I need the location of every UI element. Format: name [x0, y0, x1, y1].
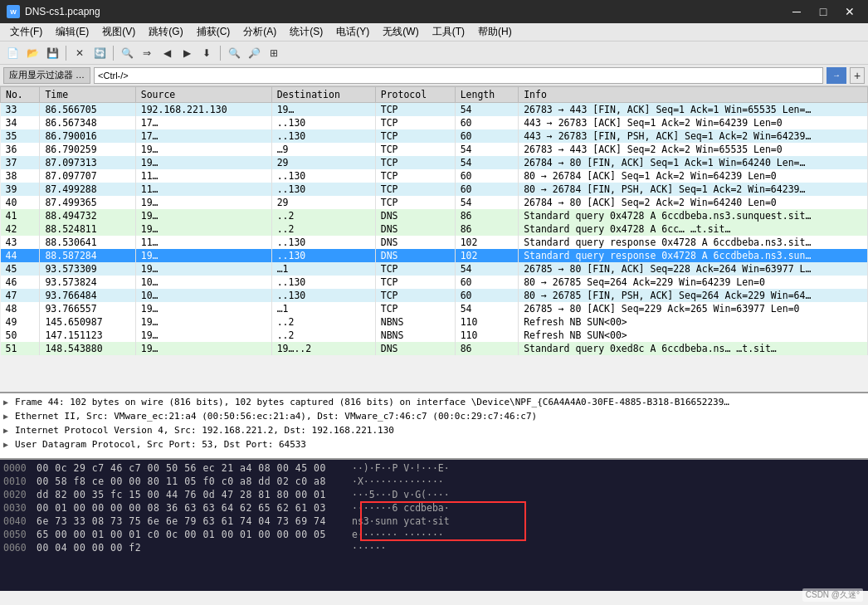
hex-row: 0020dd 82 00 35 fc 15 00 44 76 0d 47 28 … [3, 488, 865, 501]
menu-jump[interactable]: 跳转(G) [142, 23, 189, 41]
hex-pane[interactable]: 000000 0c 29 c7 46 c7 00 50 56 ec 21 a4 … [0, 460, 868, 591]
cell-time: 147.151123 [40, 329, 135, 342]
minimize-button[interactable]: ─ [785, 3, 808, 20]
table-row[interactable]: 3486.56734817…..130TCP60443 → 26783 [ACK… [1, 116, 868, 129]
tb-find[interactable]: 🔍 [118, 44, 136, 62]
col-source[interactable]: Source [135, 87, 271, 103]
table-row[interactable]: 4087.49936519…29TCP5426784 → 80 [ACK] Se… [1, 196, 868, 209]
cell-time: 93.573824 [40, 276, 135, 289]
cell-time: 88.587284 [40, 249, 135, 262]
table-row[interactable]: 3386.566705192.168.221.13019…TCP5426783 … [1, 103, 868, 117]
tb-zoom-reset[interactable]: ⊞ [265, 44, 283, 62]
table-row[interactable]: 4388.53064111…..130DNS102Standard query … [1, 236, 868, 249]
packet-list-body: 3386.566705192.168.221.13019…TCP5426783 … [1, 103, 868, 356]
cell-src: 17… [135, 129, 271, 143]
cell-no: 33 [1, 103, 40, 117]
detail-row[interactable]: ▶Ethernet II, Src: VMware_ec:21:a4 (00:5… [3, 409, 865, 423]
cell-no: 35 [1, 129, 40, 143]
filter-input[interactable] [94, 67, 823, 84]
tb-close[interactable]: ✕ [71, 44, 89, 62]
table-row[interactable]: 4893.76655719……1TCP5426785 → 80 [ACK] Se… [1, 302, 868, 315]
filter-label[interactable]: 应用显示过滤器 … [3, 67, 90, 84]
tb-goto[interactable]: ⇒ [138, 44, 156, 62]
menu-phone[interactable]: 电话(Y) [329, 23, 376, 41]
menu-capture[interactable]: 捕获(C) [190, 23, 237, 41]
cell-dst: …1 [271, 262, 375, 276]
col-info[interactable]: Info [519, 87, 868, 103]
title-bar-controls: ─ □ ✕ [785, 3, 861, 20]
table-row[interactable]: 4188.49473219…..2DNS86Standard query 0x4… [1, 209, 868, 222]
table-row[interactable]: 4488.58728419…..130DNS102Standard query … [1, 249, 868, 262]
cell-proto: TCP [375, 103, 455, 117]
cell-proto: NBNS [375, 329, 455, 342]
cell-proto: TCP [375, 169, 455, 183]
cell-src: 19… [135, 315, 271, 329]
detail-row[interactable]: ▶User Datagram Protocol, Src Port: 53, D… [3, 437, 865, 451]
table-row[interactable]: 3787.09731319…29TCP5426784 → 80 [FIN, AC… [1, 156, 868, 169]
cell-info: Standard query 0x4728 A 6cc… …t.sit… [519, 222, 868, 236]
cell-info: 443 → 26783 [FIN, PSH, ACK] Seq=1 Ack=2 … [519, 129, 868, 143]
cell-dst: ..2 [271, 222, 375, 236]
hex-offset: 0010 [3, 476, 37, 487]
watermark: CSDN @久迷° [802, 588, 863, 602]
table-row[interactable]: 4793.76648410…..130TCP6080 → 26785 [FIN,… [1, 289, 868, 302]
col-time[interactable]: Time [40, 87, 135, 103]
filter-apply-button[interactable]: → [827, 67, 846, 84]
close-button[interactable]: ✕ [838, 3, 861, 20]
table-row[interactable]: 3686.79025919……9TCP5426783 → 443 [ACK] S… [1, 143, 868, 156]
filter-add-button[interactable]: + [850, 67, 865, 84]
cell-dst: ..130 [271, 183, 375, 196]
cell-time: 87.499288 [40, 183, 135, 196]
packet-table: No. Time Source Destination Protocol Len… [0, 86, 868, 355]
tb-open[interactable]: 📂 [23, 44, 41, 62]
tb-prev[interactable]: ◀ [158, 44, 176, 62]
cell-src: 192.168.221.130 [135, 103, 271, 117]
menu-view[interactable]: 视图(V) [95, 23, 142, 41]
tb-save[interactable]: 💾 [43, 44, 61, 62]
menu-stats[interactable]: 统计(S) [283, 23, 329, 41]
menu-wireless[interactable]: 无线(W) [376, 23, 425, 41]
detail-pane[interactable]: ▶Frame 44: 102 bytes on wire (816 bits),… [0, 393, 868, 460]
table-row[interactable]: 4693.57382410…..130TCP6080 → 26785 Seq=2… [1, 276, 868, 289]
detail-row[interactable]: ▶Frame 44: 102 bytes on wire (816 bits),… [3, 395, 865, 409]
menu-help[interactable]: 帮助(H) [471, 23, 519, 41]
cell-no: 50 [1, 329, 40, 342]
cell-proto: TCP [375, 156, 455, 169]
cell-time: 87.097313 [40, 156, 135, 169]
tb-zoom-out[interactable]: 🔎 [245, 44, 263, 62]
table-row[interactable]: 50147.15112319…..2NBNS110Refresh NB SUN<… [1, 329, 868, 342]
cell-no: 36 [1, 143, 40, 156]
col-no[interactable]: No. [1, 87, 40, 103]
hex-row: 006000 04 00 00 00 f2······ [3, 541, 865, 554]
tb-zoom-in[interactable]: 🔍 [225, 44, 243, 62]
cell-info: 26785 → 80 [ACK] Seq=229 Ack=265 Win=639… [519, 302, 868, 315]
table-row[interactable]: 3987.49928811…..130TCP6080 → 26784 [FIN,… [1, 183, 868, 196]
col-destination[interactable]: Destination [271, 87, 375, 103]
table-row[interactable]: 4593.57330919……1TCP5426785 → 80 [FIN, AC… [1, 262, 868, 276]
cell-proto: TCP [375, 302, 455, 315]
cell-proto: DNS [375, 236, 455, 249]
tb-next[interactable]: ▶ [178, 44, 196, 62]
table-row[interactable]: 3586.79001617…..130TCP60443 → 26783 [FIN… [1, 129, 868, 143]
detail-row[interactable]: ▶Internet Protocol Version 4, Src: 192.1… [3, 423, 865, 437]
packet-list-container[interactable]: No. Time Source Destination Protocol Len… [0, 86, 868, 393]
cell-dst: 29 [271, 156, 375, 169]
table-row[interactable]: 4288.52481119…..2DNS86Standard query 0x4… [1, 222, 868, 236]
menu-file[interactable]: 文件(F) [3, 23, 49, 41]
menu-edit[interactable]: 编辑(E) [49, 23, 95, 41]
table-row[interactable]: 49145.65098719…..2NBNS110Refresh NB SUN<… [1, 315, 868, 329]
hex-ascii: ··)·F··P V·!···E· [352, 462, 865, 474]
cell-src: 19… [135, 342, 271, 355]
col-protocol[interactable]: Protocol [375, 87, 455, 103]
maximize-button[interactable]: □ [812, 3, 835, 20]
col-length[interactable]: Length [455, 87, 519, 103]
menu-tools[interactable]: 工具(T) [426, 23, 471, 41]
tb-reload[interactable]: 🔄 [90, 44, 109, 62]
menu-analyze[interactable]: 分析(A) [237, 23, 283, 41]
table-row[interactable]: 51148.54388019…19…..2DNS86Standard query… [1, 342, 868, 355]
cell-no: 38 [1, 169, 40, 183]
tb-sep2 [113, 46, 114, 61]
tb-scroll[interactable]: ⬇ [197, 44, 216, 62]
tb-new[interactable]: 📄 [3, 44, 22, 62]
table-row[interactable]: 3887.09770711…..130TCP6080 → 26784 [ACK]… [1, 169, 868, 183]
